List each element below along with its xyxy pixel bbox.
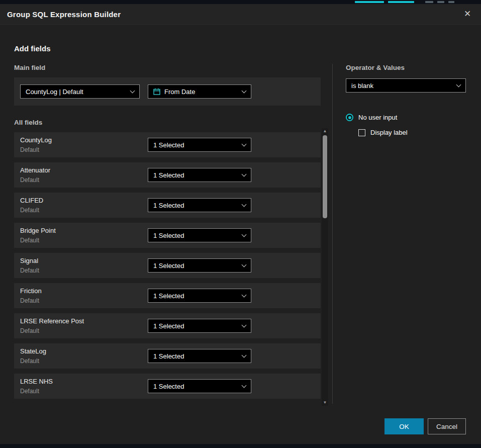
all-fields-list-wrap: CountyLog Default 1 Selected Attenuator … <box>14 132 328 399</box>
field-row: LRSE NHS Default 1 Selected <box>14 374 321 399</box>
ok-button[interactable]: OK <box>384 418 424 434</box>
chevron-down-icon <box>130 88 135 93</box>
field-selection-dropdown[interactable]: 1 Selected <box>148 198 251 212</box>
chevron-down-icon <box>242 141 247 146</box>
display-label-checkbox-row[interactable]: Display label <box>358 129 466 136</box>
radio-selected-icon[interactable] <box>346 114 353 121</box>
dropdown-value: 1 Selected <box>153 322 238 330</box>
scrollbar-thumb[interactable] <box>323 135 327 218</box>
field-name: Attenuator <box>20 166 148 174</box>
main-field-date-dropdown[interactable]: From Date <box>148 84 251 99</box>
field-name: CountyLog <box>20 136 148 144</box>
main-field-source-dropdown[interactable]: CountyLog | Default <box>20 84 140 99</box>
background-toolbar-fragment <box>355 1 384 3</box>
field-subtitle: Default <box>20 207 148 214</box>
dialog-header: Group SQL Expression Builder ✕ <box>0 4 481 24</box>
dropdown-value: 1 Selected <box>153 232 238 239</box>
field-subtitle: Default <box>20 237 148 244</box>
dropdown-value: 1 Selected <box>153 262 238 270</box>
chevron-down-icon <box>242 88 247 93</box>
field-row: Friction Default 1 Selected <box>14 283 321 308</box>
dropdown-value: From Date <box>164 88 234 96</box>
field-name: Bridge Point <box>20 227 148 234</box>
checkbox-label: Display label <box>370 129 408 136</box>
all-fields-label: All fields <box>14 119 328 126</box>
radio-label: No user input <box>358 114 397 121</box>
field-subtitle: Default <box>20 267 148 274</box>
dialog-title: Group SQL Expression Builder <box>7 10 121 19</box>
scroll-up-icon[interactable]: ▲ <box>323 128 327 134</box>
no-user-input-radio-row[interactable]: No user input <box>346 114 466 121</box>
field-subtitle: Default <box>20 388 148 395</box>
field-row: Signal Default 1 Selected <box>14 253 321 278</box>
background-icon-fragment <box>425 1 433 3</box>
chevron-down-icon <box>456 82 461 87</box>
field-row: CountyLog Default 1 Selected <box>14 132 321 157</box>
field-selection-dropdown[interactable]: 1 Selected <box>148 349 251 363</box>
field-selection-dropdown[interactable]: 1 Selected <box>148 289 251 303</box>
add-fields-heading: Add fields <box>14 44 466 53</box>
main-field-panel: CountyLog | Default <box>14 77 321 106</box>
field-selection-dropdown[interactable]: 1 Selected <box>148 319 251 333</box>
field-row: LRSE Reference Post Default 1 Selected <box>14 313 321 338</box>
field-selection-dropdown[interactable]: 1 Selected <box>148 228 251 242</box>
screen: Group SQL Expression Builder ✕ Add field… <box>0 0 481 448</box>
background-icon-fragment <box>448 1 454 3</box>
field-selection-dropdown[interactable]: 1 Selected <box>148 138 251 152</box>
all-fields-list: CountyLog Default 1 Selected Attenuator … <box>14 132 328 399</box>
field-name: LRSE Reference Post <box>20 317 148 325</box>
field-name: CLIFED <box>20 197 148 204</box>
dropdown-value: 1 Selected <box>153 141 238 149</box>
field-subtitle: Default <box>20 357 148 365</box>
operator-column: Operator & Values is blank No user input… <box>333 64 466 404</box>
background-icon-fragment <box>437 1 444 3</box>
field-subtitle: Default <box>20 146 148 153</box>
field-selection-dropdown[interactable]: 1 Selected <box>148 379 251 393</box>
field-selection-dropdown[interactable]: 1 Selected <box>148 258 251 273</box>
cancel-button[interactable]: Cancel <box>428 418 466 434</box>
field-selection-dropdown[interactable]: 1 Selected <box>148 168 251 182</box>
checkbox-unchecked-icon[interactable] <box>358 129 365 136</box>
dropdown-value: 1 Selected <box>153 171 238 179</box>
operator-values-label: Operator & Values <box>346 64 466 71</box>
group-sql-expression-builder-dialog: Group SQL Expression Builder ✕ Add field… <box>0 4 481 444</box>
field-row: StateLog Default 1 Selected <box>14 343 321 369</box>
dropdown-value: CountyLog | Default <box>26 88 127 96</box>
field-name: Friction <box>20 287 148 295</box>
dialog-body: Add fields Main field CountyLog | Defaul… <box>0 24 481 418</box>
chevron-down-icon <box>242 292 247 297</box>
chevron-down-icon <box>242 383 247 388</box>
dropdown-value: 1 Selected <box>153 202 238 209</box>
chevron-down-icon <box>242 352 247 357</box>
field-subtitle: Default <box>20 327 148 334</box>
dropdown-value: 1 Selected <box>153 292 238 300</box>
chevron-down-icon <box>242 232 247 237</box>
background-app-strip <box>0 0 481 4</box>
chevron-down-icon <box>242 202 247 207</box>
dropdown-value: is blank <box>351 82 453 89</box>
field-row: CLIFED Default 1 Selected <box>14 193 321 218</box>
operator-dropdown[interactable]: is blank <box>346 78 466 93</box>
field-subtitle: Default <box>20 176 148 184</box>
dropdown-value: 1 Selected <box>153 383 238 390</box>
dropdown-value: 1 Selected <box>153 352 238 360</box>
scroll-down-icon[interactable]: ▼ <box>323 400 327 406</box>
chevron-down-icon <box>242 322 247 327</box>
scrollbar[interactable]: ▲ ▼ <box>322 128 328 406</box>
dialog-footer: OK Cancel <box>0 418 481 444</box>
field-row: Bridge Point Default 1 Selected <box>14 223 321 248</box>
field-name: Signal <box>20 257 148 264</box>
fields-column: Main field CountyLog | Default <box>14 64 328 404</box>
main-field-label: Main field <box>14 64 328 71</box>
chevron-down-icon <box>242 171 247 176</box>
background-toolbar-fragment <box>388 1 414 3</box>
calendar-icon <box>153 88 160 95</box>
field-name: LRSE NHS <box>20 378 148 385</box>
field-subtitle: Default <box>20 297 148 304</box>
field-name: StateLog <box>20 347 148 355</box>
field-row: Attenuator Default 1 Selected <box>14 162 321 188</box>
close-button[interactable]: ✕ <box>460 7 475 22</box>
chevron-down-icon <box>242 262 247 267</box>
